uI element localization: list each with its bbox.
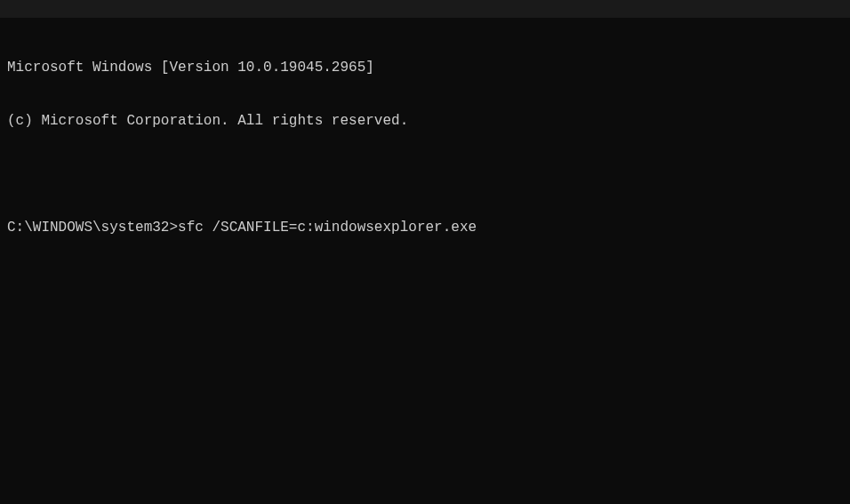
command-prompt-line[interactable]: C:\WINDOWS\system32>sfc /SCANFILE=c:wind… — [7, 219, 843, 236]
window-titlebar — [0, 0, 850, 18]
command-input[interactable]: sfc /SCANFILE=c:windowsexplorer.exe — [178, 219, 477, 236]
version-line: Microsoft Windows [Version 10.0.19045.29… — [7, 59, 843, 76]
terminal-output[interactable]: Microsoft Windows [Version 10.0.19045.29… — [0, 18, 850, 260]
blank-line — [7, 165, 843, 183]
prompt-path: C:\WINDOWS\system32> — [7, 219, 178, 236]
copyright-line: (c) Microsoft Corporation. All rights re… — [7, 112, 843, 130]
